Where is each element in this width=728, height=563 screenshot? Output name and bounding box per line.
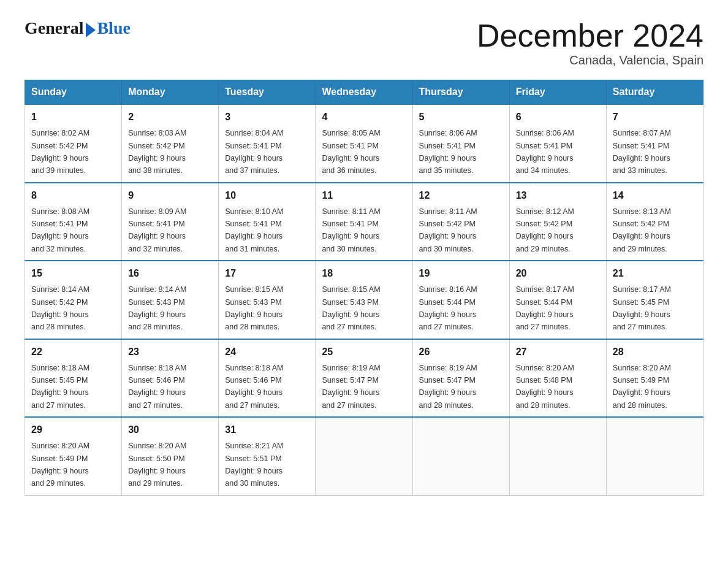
calendar-cell: 20Sunrise: 8:17 AMSunset: 5:44 PMDayligh… <box>509 261 606 339</box>
day-number: 4 <box>322 110 406 124</box>
day-info: Sunrise: 8:15 AMSunset: 5:43 PMDaylight:… <box>225 285 283 331</box>
header-day-tuesday: Tuesday <box>219 80 316 105</box>
calendar-cell: 11Sunrise: 8:11 AMSunset: 5:41 PMDayligh… <box>316 183 412 261</box>
calendar-cell: 7Sunrise: 8:07 AMSunset: 5:41 PMDaylight… <box>606 104 703 183</box>
day-number: 28 <box>613 345 697 359</box>
day-info: Sunrise: 8:20 AMSunset: 5:49 PMDaylight:… <box>31 442 89 488</box>
calendar-cell: 30Sunrise: 8:20 AMSunset: 5:50 PMDayligh… <box>122 417 219 495</box>
day-number: 21 <box>613 266 697 281</box>
day-number: 31 <box>225 423 309 437</box>
calendar-cell: 2Sunrise: 8:03 AMSunset: 5:42 PMDaylight… <box>122 104 219 183</box>
calendar-title: December 2024 <box>477 18 703 53</box>
logo-arrow-icon <box>86 23 96 37</box>
calendar-week-row: 22Sunrise: 8:18 AMSunset: 5:45 PMDayligh… <box>25 339 703 418</box>
calendar-week-row: 1Sunrise: 8:02 AMSunset: 5:42 PMDaylight… <box>25 104 703 183</box>
day-info: Sunrise: 8:03 AMSunset: 5:42 PMDaylight:… <box>128 129 186 175</box>
day-number: 17 <box>225 266 309 281</box>
day-number: 11 <box>322 188 406 203</box>
day-info: Sunrise: 8:20 AMSunset: 5:50 PMDaylight:… <box>128 442 186 488</box>
calendar-cell <box>509 417 606 495</box>
day-info: Sunrise: 8:06 AMSunset: 5:41 PMDaylight:… <box>516 129 574 175</box>
calendar-cell: 24Sunrise: 8:18 AMSunset: 5:46 PMDayligh… <box>219 339 316 418</box>
day-number: 2 <box>128 110 212 124</box>
day-info: Sunrise: 8:17 AMSunset: 5:44 PMDaylight:… <box>516 285 574 331</box>
day-number: 16 <box>128 266 212 281</box>
calendar-cell: 31Sunrise: 8:21 AMSunset: 5:51 PMDayligh… <box>219 417 316 495</box>
calendar-cell: 6Sunrise: 8:06 AMSunset: 5:41 PMDaylight… <box>509 104 606 183</box>
day-number: 15 <box>31 266 115 281</box>
calendar-week-row: 15Sunrise: 8:14 AMSunset: 5:42 PMDayligh… <box>25 261 703 339</box>
day-number: 30 <box>128 423 212 437</box>
calendar-week-row: 29Sunrise: 8:20 AMSunset: 5:49 PMDayligh… <box>25 417 703 495</box>
calendar-cell: 28Sunrise: 8:20 AMSunset: 5:49 PMDayligh… <box>606 339 703 418</box>
day-info: Sunrise: 8:21 AMSunset: 5:51 PMDaylight:… <box>225 442 283 488</box>
day-info: Sunrise: 8:18 AMSunset: 5:46 PMDaylight:… <box>225 364 283 410</box>
day-number: 6 <box>516 110 600 124</box>
day-info: Sunrise: 8:14 AMSunset: 5:42 PMDaylight:… <box>31 285 89 331</box>
day-info: Sunrise: 8:05 AMSunset: 5:41 PMDaylight:… <box>322 129 380 175</box>
day-number: 29 <box>31 423 115 437</box>
day-number: 13 <box>516 188 600 203</box>
day-info: Sunrise: 8:19 AMSunset: 5:47 PMDaylight:… <box>419 364 477 410</box>
calendar-cell <box>316 417 412 495</box>
calendar-cell: 29Sunrise: 8:20 AMSunset: 5:49 PMDayligh… <box>25 417 122 495</box>
day-number: 27 <box>516 345 600 359</box>
calendar-cell: 8Sunrise: 8:08 AMSunset: 5:41 PMDaylight… <box>25 183 122 261</box>
calendar-cell: 17Sunrise: 8:15 AMSunset: 5:43 PMDayligh… <box>219 261 316 339</box>
day-number: 3 <box>225 110 309 124</box>
day-info: Sunrise: 8:16 AMSunset: 5:44 PMDaylight:… <box>419 285 477 331</box>
day-info: Sunrise: 8:13 AMSunset: 5:42 PMDaylight:… <box>613 207 671 253</box>
day-info: Sunrise: 8:08 AMSunset: 5:41 PMDaylight:… <box>31 207 89 253</box>
calendar-cell: 27Sunrise: 8:20 AMSunset: 5:48 PMDayligh… <box>509 339 606 418</box>
logo-general: General <box>25 18 83 38</box>
calendar-cell: 15Sunrise: 8:14 AMSunset: 5:42 PMDayligh… <box>25 261 122 339</box>
calendar-cell: 4Sunrise: 8:05 AMSunset: 5:41 PMDaylight… <box>316 104 412 183</box>
calendar-cell: 18Sunrise: 8:15 AMSunset: 5:43 PMDayligh… <box>316 261 412 339</box>
header-day-saturday: Saturday <box>606 80 703 105</box>
calendar-subtitle: Canada, Valencia, Spain <box>477 53 703 67</box>
calendar-header-row: SundayMondayTuesdayWednesdayThursdayFrid… <box>25 80 703 105</box>
calendar-cell: 19Sunrise: 8:16 AMSunset: 5:44 PMDayligh… <box>412 261 509 339</box>
day-info: Sunrise: 8:17 AMSunset: 5:45 PMDaylight:… <box>613 285 671 331</box>
calendar-cell: 9Sunrise: 8:09 AMSunset: 5:41 PMDaylight… <box>122 183 219 261</box>
day-info: Sunrise: 8:15 AMSunset: 5:43 PMDaylight:… <box>322 285 380 331</box>
header-day-thursday: Thursday <box>412 80 509 105</box>
day-info: Sunrise: 8:20 AMSunset: 5:48 PMDaylight:… <box>516 364 574 410</box>
day-number: 9 <box>128 188 212 203</box>
header-day-sunday: Sunday <box>25 80 122 105</box>
calendar-cell: 1Sunrise: 8:02 AMSunset: 5:42 PMDaylight… <box>25 104 122 183</box>
header-day-wednesday: Wednesday <box>316 80 412 105</box>
day-info: Sunrise: 8:12 AMSunset: 5:42 PMDaylight:… <box>516 207 574 253</box>
day-info: Sunrise: 8:07 AMSunset: 5:41 PMDaylight:… <box>613 129 671 175</box>
calendar-cell: 14Sunrise: 8:13 AMSunset: 5:42 PMDayligh… <box>606 183 703 261</box>
calendar-cell: 3Sunrise: 8:04 AMSunset: 5:41 PMDaylight… <box>219 104 316 183</box>
calendar-cell <box>606 417 703 495</box>
day-number: 5 <box>419 110 503 124</box>
day-number: 1 <box>31 110 115 124</box>
day-info: Sunrise: 8:09 AMSunset: 5:41 PMDaylight:… <box>128 207 186 253</box>
day-number: 22 <box>31 345 115 359</box>
day-info: Sunrise: 8:18 AMSunset: 5:45 PMDaylight:… <box>31 364 89 410</box>
header-day-monday: Monday <box>122 80 219 105</box>
day-info: Sunrise: 8:11 AMSunset: 5:41 PMDaylight:… <box>322 207 380 253</box>
day-info: Sunrise: 8:02 AMSunset: 5:42 PMDaylight:… <box>31 129 89 175</box>
logo-blue: Blue <box>97 18 130 38</box>
calendar-cell: 16Sunrise: 8:14 AMSunset: 5:43 PMDayligh… <box>122 261 219 339</box>
calendar-cell: 5Sunrise: 8:06 AMSunset: 5:41 PMDaylight… <box>412 104 509 183</box>
day-number: 18 <box>322 266 406 281</box>
header: General Blue December 2024 Canada, Valen… <box>25 18 703 67</box>
calendar-cell <box>412 417 509 495</box>
calendar-table: SundayMondayTuesdayWednesdayThursdayFrid… <box>25 80 703 496</box>
calendar-cell: 25Sunrise: 8:19 AMSunset: 5:47 PMDayligh… <box>316 339 412 418</box>
day-number: 23 <box>128 345 212 359</box>
day-number: 20 <box>516 266 600 281</box>
day-number: 7 <box>613 110 697 124</box>
day-number: 14 <box>613 188 697 203</box>
day-number: 12 <box>419 188 503 203</box>
day-info: Sunrise: 8:10 AMSunset: 5:41 PMDaylight:… <box>225 207 283 253</box>
logo: General Blue <box>25 18 131 38</box>
day-number: 8 <box>31 188 115 203</box>
day-number: 24 <box>225 345 309 359</box>
header-day-friday: Friday <box>509 80 606 105</box>
day-info: Sunrise: 8:11 AMSunset: 5:42 PMDaylight:… <box>419 207 477 253</box>
